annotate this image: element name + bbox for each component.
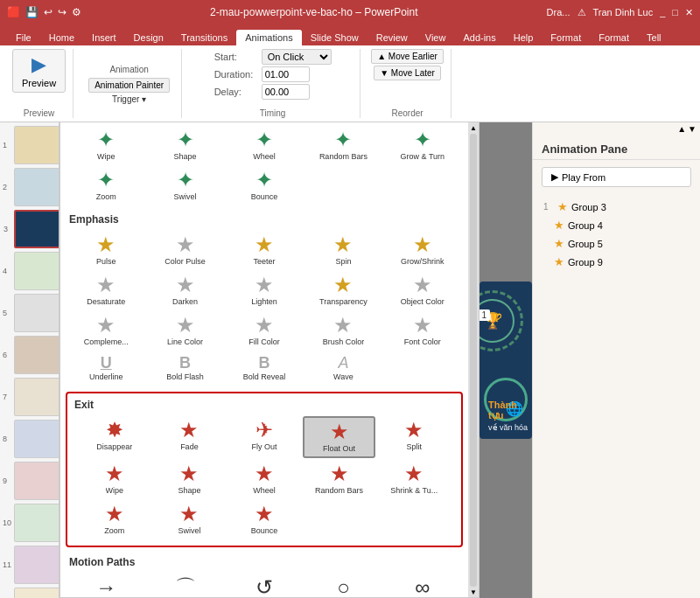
quick-access-customize[interactable]: ⚙ bbox=[72, 6, 81, 18]
tab-help[interactable]: Help bbox=[505, 30, 542, 45]
anim-brushcolor[interactable]: ★ Brush Color bbox=[304, 311, 382, 350]
anim-complement[interactable]: ★ Compleme... bbox=[67, 311, 144, 350]
anim-loops[interactable]: ∞ Loops bbox=[384, 574, 461, 598]
anim-zoom-exit[interactable]: ★ Zoom bbox=[78, 500, 151, 539]
tab-transitions[interactable]: Transitions bbox=[172, 30, 236, 45]
anim-swivel-entrance[interactable]: ✦ Swivel bbox=[146, 166, 223, 205]
anim-lighten[interactable]: ★ Lighten bbox=[226, 271, 303, 309]
anim-linecolor[interactable]: ★ Line Color bbox=[146, 311, 223, 350]
slide-thumb-3[interactable]: 3 bbox=[14, 210, 60, 248]
animation-painter-button[interactable]: Animation Painter bbox=[88, 78, 170, 93]
anim-flyout[interactable]: ✈ Fly Out bbox=[228, 416, 301, 458]
anim-pulse[interactable]: ★ Pulse bbox=[67, 231, 144, 269]
title-bar: 🟥 💾 ↩ ↪ ⚙ 2-mau-powwerpoint-ve-bac-ho – … bbox=[0, 0, 700, 24]
delay-input[interactable] bbox=[262, 84, 310, 100]
anim-wipe[interactable]: ✦ Wipe bbox=[67, 126, 144, 164]
anim-list-item-group4[interactable]: ★ Group 4 bbox=[540, 216, 693, 234]
anim-list-item-group5[interactable]: ★ Group 5 bbox=[540, 234, 693, 253]
anim-desaturate[interactable]: ★ Desaturate bbox=[67, 271, 144, 309]
slide-thumb-7[interactable]: 7 bbox=[14, 378, 60, 416]
slide-thumb-12[interactable]: 12 bbox=[14, 588, 60, 598]
anim-swivel-exit[interactable]: ★ Swivel bbox=[153, 500, 227, 539]
anim-shape-exit[interactable]: ★ Shape bbox=[153, 460, 227, 498]
slide-thumb-9[interactable]: 9 bbox=[14, 462, 60, 500]
anim-objectcolor[interactable]: ★ Object Color bbox=[384, 271, 461, 309]
anim-list-item-group3[interactable]: 1 ★ Group 3 bbox=[540, 198, 693, 216]
anim-turns[interactable]: ↺ Turns bbox=[226, 574, 303, 598]
anim-boldflash[interactable]: B Bold Flash bbox=[146, 351, 223, 385]
anim-growshrink[interactable]: ★ Grow/Shrink bbox=[384, 231, 461, 269]
tab-file[interactable]: File bbox=[7, 30, 40, 45]
anim-wheel-exit[interactable]: ★ Wheel bbox=[228, 460, 301, 498]
scrollbar[interactable]: ▲ ▼ bbox=[468, 122, 479, 598]
move-later-button[interactable]: ▼ Move Later bbox=[374, 66, 441, 80]
slide-thumb-5[interactable]: 5 bbox=[14, 294, 60, 332]
trigger-button[interactable]: Trigger ▾ bbox=[112, 94, 146, 104]
anim-darken[interactable]: ★ Darken bbox=[146, 271, 223, 309]
slide-thumb-11[interactable]: 11 bbox=[14, 546, 60, 584]
anim-bounce-entrance[interactable]: ✦ Bounce bbox=[226, 166, 303, 205]
anim-fontcolor[interactable]: ★ Font Color bbox=[384, 311, 461, 350]
pane-scroll-up[interactable]: ▲ bbox=[677, 124, 686, 134]
anim-disappear[interactable]: ✸ Disappear bbox=[78, 416, 151, 458]
start-dropdown[interactable]: On Click With Previous After Previous bbox=[262, 49, 332, 65]
scroll-up-arrow[interactable]: ▲ bbox=[470, 124, 477, 132]
tab-animations[interactable]: Animations bbox=[236, 30, 301, 45]
maximize-button[interactable]: □ bbox=[672, 7, 678, 17]
quick-access-save[interactable]: 💾 bbox=[25, 6, 38, 18]
tab-format1[interactable]: Format bbox=[542, 30, 590, 45]
slide-thumb-4[interactable]: 4 bbox=[14, 252, 60, 290]
anim-arcs[interactable]: ⌒ Arcs bbox=[146, 574, 223, 598]
preview-button[interactable]: ▶ Preview bbox=[12, 49, 66, 93]
anim-split-exit[interactable]: ★ Split bbox=[377, 416, 451, 458]
anim-bounce-exit[interactable]: ★ Bounce bbox=[228, 500, 301, 539]
anim-floatout[interactable]: ★ Float Out bbox=[303, 416, 376, 458]
tab-home[interactable]: Home bbox=[40, 30, 83, 45]
duration-input[interactable] bbox=[262, 66, 310, 82]
tab-insert[interactable]: Insert bbox=[83, 30, 125, 45]
anim-shrinktu[interactable]: ★ Shrink & Tu... bbox=[377, 460, 451, 498]
tab-review[interactable]: Review bbox=[368, 30, 416, 45]
scroll-down-arrow[interactable]: ▼ bbox=[470, 588, 477, 596]
randombars-exit-label: Random Bars bbox=[315, 486, 363, 495]
anim-shapes-path[interactable]: ○ Shapes bbox=[304, 574, 382, 598]
play-from-button[interactable]: ▶ Play From bbox=[542, 167, 691, 187]
slide-thumb-2[interactable]: 2 bbox=[14, 168, 60, 206]
tab-tell[interactable]: Tell bbox=[638, 30, 670, 45]
anim-colorpulse[interactable]: ★ Color Pulse bbox=[146, 231, 223, 269]
anim-underline[interactable]: U Underline bbox=[67, 351, 144, 385]
anim-wipe-exit[interactable]: ★ Wipe bbox=[78, 460, 151, 498]
pane-scroll-down[interactable]: ▼ bbox=[688, 124, 696, 134]
anim-randombars-exit[interactable]: ★ Random Bars bbox=[303, 460, 376, 498]
quick-access-undo[interactable]: ↩ bbox=[44, 6, 52, 18]
slide-thumb-10[interactable]: 10 bbox=[14, 504, 60, 542]
anim-fillcolor[interactable]: ★ Fill Color bbox=[226, 311, 303, 350]
anim-fade-exit[interactable]: ★ Fade bbox=[153, 416, 227, 458]
tab-slideshow[interactable]: Slide Show bbox=[302, 30, 368, 45]
anim-lines[interactable]: → Lines bbox=[67, 574, 144, 598]
tab-design[interactable]: Design bbox=[125, 30, 172, 45]
wave-label: Wave bbox=[333, 372, 354, 381]
anim-spin[interactable]: ★ Spin bbox=[304, 231, 382, 269]
anim-teeter[interactable]: ★ Teeter bbox=[226, 231, 303, 269]
tab-format2[interactable]: Format bbox=[590, 30, 638, 45]
anim-boldreveal[interactable]: B Bold Reveal bbox=[226, 351, 303, 385]
quick-access-redo[interactable]: ↪ bbox=[58, 6, 66, 18]
anim-grownturn[interactable]: ✦ Grow & Turn bbox=[384, 126, 461, 164]
minimize-button[interactable]: _ bbox=[660, 7, 665, 17]
close-button[interactable]: ✕ bbox=[685, 7, 693, 18]
anim-wave[interactable]: A Wave bbox=[304, 351, 382, 385]
move-earlier-button[interactable]: ▲ Move Earlier bbox=[371, 49, 444, 64]
slide-thumb-8[interactable]: 8 bbox=[14, 420, 60, 458]
slide-thumb-6[interactable]: 6 bbox=[14, 336, 60, 374]
tab-addins[interactable]: Add-ins bbox=[454, 30, 504, 45]
anim-randombars[interactable]: ✦ Random Bars bbox=[304, 126, 382, 164]
tab-view[interactable]: View bbox=[416, 30, 455, 45]
slide-num-4: 4 bbox=[3, 267, 7, 275]
anim-list-item-group9[interactable]: ★ Group 9 bbox=[540, 253, 693, 271]
anim-zoom-entrance[interactable]: ✦ Zoom bbox=[67, 166, 144, 205]
anim-transparency[interactable]: ★ Transparency bbox=[304, 271, 382, 309]
anim-wheel[interactable]: ✦ Wheel bbox=[226, 126, 303, 164]
slide-thumb-1[interactable]: 1 bbox=[14, 126, 60, 164]
anim-shape[interactable]: ✦ Shape bbox=[146, 126, 223, 164]
